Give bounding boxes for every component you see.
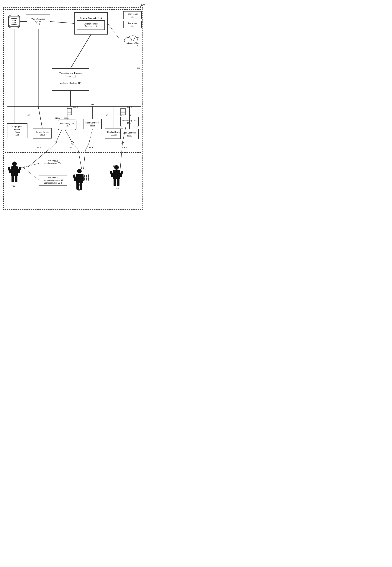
ref-113-label: 113 — [91, 104, 94, 106]
top-region — [5, 9, 141, 63]
ref-109-1-label: 109-1 — [73, 106, 78, 108]
internet-cloud: internet 83 — [123, 33, 143, 44]
nvr-box: NVR 122 — [8, 14, 20, 29]
door-controller-n-box: Door Controller 112-n — [120, 129, 139, 139]
video-analysis-box: Video Analysis System 120 — [26, 14, 50, 29]
token-server-box: Token server 92 — [123, 11, 142, 19]
device-107-1 — [31, 117, 36, 124]
svg-rect-7 — [67, 108, 72, 115]
ref-105-3-label: 105-3 — [88, 147, 93, 149]
verification-tracking-box: Verification and Tracking System 115 Ver… — [52, 68, 89, 91]
positioning-unit-n-box: Positioning Unit 110-n — [120, 116, 139, 127]
ref-102-label: 102 — [137, 67, 140, 69]
ref-105-n-label: 105-n — [122, 147, 127, 149]
app-server-box: App server 82 — [123, 21, 142, 28]
ref-107b-label: 107 — [105, 114, 108, 116]
system-controller-outer: System Controller 118 System Controller … — [74, 12, 108, 35]
system-controller-db-box: System Controller Database 116 — [77, 20, 105, 30]
svg-rect-12 — [121, 108, 126, 115]
device-109-1 — [66, 108, 73, 116]
fingerprint-kiosk-box: Fingerprint Reader Kiosk 106 — [7, 123, 28, 138]
ref-109-n-label: 109-n — [127, 106, 132, 108]
ref-107a-label: 107 — [27, 114, 30, 116]
ref-111a-n-label: 111-a — [117, 114, 122, 116]
positioning-unit-1-box: Positioning Unit 110-1 — [58, 119, 76, 130]
bottom-region — [5, 152, 141, 206]
ref-111b-1-label: 111-b — [64, 117, 69, 119]
ref-105-1-label: 105-1 — [36, 147, 41, 149]
ref-105-2-label: 105-2 — [69, 147, 73, 149]
display-device-1-box: Display Device 117-1 — [33, 128, 52, 139]
arrow-102: ↙ — [141, 69, 142, 71]
verification-db-box: Verification Database 114 — [56, 79, 85, 87]
ref-111a-1-label: 111-a — [55, 117, 60, 119]
door-controller-1-box: Door Controller 112-1 — [83, 119, 102, 129]
ref-111b-n-label: 111-b — [126, 114, 131, 116]
device-107-n — [109, 117, 114, 124]
